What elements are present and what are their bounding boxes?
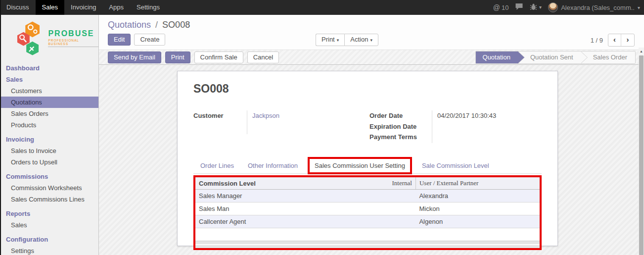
user-menu[interactable]: Alexandra (Sales_comm.. ▾ <box>548 2 640 12</box>
edit-button[interactable]: Edit <box>108 34 131 46</box>
sidebar-item-reports-sales[interactable]: Sales <box>0 219 98 231</box>
breadcrumb-current: SO008 <box>162 20 190 30</box>
sidebar-section-commissions[interactable]: Commissions <box>0 171 98 182</box>
status-step-quotation[interactable]: Quotation <box>476 51 518 63</box>
sidebar-item-quotations[interactable]: Quotations <box>0 97 98 108</box>
pager-next-button[interactable]: › <box>621 34 634 46</box>
action-menu-button[interactable]: Action▾ <box>344 34 378 46</box>
probuse-logo-icon <box>17 20 46 59</box>
order-date-value: 04/20/2017 10:30:43 <box>432 110 496 143</box>
page-title: SO008 <box>193 82 542 96</box>
vertical-scrollbar[interactable]: ▲ <box>639 48 644 255</box>
table-footer-strip <box>195 241 540 244</box>
at-icon: @ <box>493 3 500 11</box>
header-commission-level[interactable]: Commission Level <box>195 177 368 190</box>
sidebar-item-sales-orders[interactable]: Sales Orders <box>0 108 98 119</box>
status-steps: Quotation Quotation Sent Sales Order <box>475 51 636 64</box>
sidebar-section-dashboard[interactable]: Dashboard <box>0 62 98 74</box>
caret-down-icon: ▾ <box>539 4 542 10</box>
sidebar-item-sales-to-invoice[interactable]: Sales to Invoice <box>0 145 98 156</box>
table-header-row: Commission Level Internal User / Externa… <box>195 177 540 190</box>
action-menu-label: Action <box>350 36 368 43</box>
annotation-box-table: Commission Level Internal User / Externa… <box>193 175 542 250</box>
mention-count: 10 <box>502 4 508 11</box>
menu-item-discuss[interactable]: Discuss <box>0 0 36 15</box>
send-by-email-button[interactable]: Send by Email <box>108 51 161 63</box>
user-cell: Algenon <box>415 215 540 228</box>
caret-down-icon: ▾ <box>638 5 640 10</box>
table-empty-row <box>195 228 540 241</box>
mention-counter[interactable]: @ 10 <box>493 3 509 11</box>
user-name: Alexandra (Sales_comm.. <box>561 4 635 11</box>
bug-menu[interactable]: ▾ <box>530 3 542 11</box>
window-left-edge <box>0 0 1 255</box>
pager: 1 / 9 ‹ › <box>591 34 635 47</box>
header-user-external-partner[interactable]: User / External Partner <box>415 177 540 190</box>
customer-value-link[interactable]: Jackpson <box>247 110 279 143</box>
probuse-logo[interactable]: PROBUSE PROFESSIONAL BUSINESS <box>0 15 98 62</box>
menu-item-apps[interactable]: Apps <box>102 0 130 15</box>
sidebar: PROBUSE PROFESSIONAL BUSINESS Dashboard … <box>0 15 99 255</box>
caret-down-icon: ▾ <box>370 38 372 43</box>
user-cell: Mickon <box>415 203 540 215</box>
commission-level-cell: Sales Manager <box>195 190 415 203</box>
print-button[interactable]: Print <box>165 51 190 63</box>
payment-terms-label: Payment Terms <box>369 132 432 143</box>
table-row[interactable]: Sales Manager Alexandra <box>195 190 540 203</box>
menu-item-invoicing[interactable]: Invoicing <box>64 0 102 15</box>
statusbar: Send by Email Print Confirm Sale Cancel … <box>99 50 644 65</box>
avatar <box>548 2 558 12</box>
breadcrumb-quotations-link[interactable]: Quotations <box>108 20 151 30</box>
scrollbar-thumb[interactable] <box>639 55 644 255</box>
sidebar-item-customers[interactable]: Customers <box>0 85 98 97</box>
tab-order-lines[interactable]: Order Lines <box>193 158 241 173</box>
menu-item-sales[interactable]: Sales <box>36 0 65 15</box>
tab-other-information[interactable]: Other Information <box>241 158 305 173</box>
sidebar-section-configuration[interactable]: Configuration <box>0 234 98 245</box>
topbar: Discuss Sales Invoicing Apps Settings @ … <box>0 0 644 15</box>
sidebar-section-sales[interactable]: Sales <box>0 74 98 85</box>
table-row[interactable]: Callcenter Agent Algenon <box>195 215 540 228</box>
customer-label: Customer <box>193 110 247 143</box>
commission-table: Commission Level Internal User / Externa… <box>195 177 540 241</box>
caret-down-icon: ▾ <box>337 38 339 43</box>
sidebar-item-products[interactable]: Products <box>0 119 98 131</box>
order-date-label: Order Date <box>369 110 432 121</box>
create-button[interactable]: Create <box>134 34 165 46</box>
pager-value: 1 / 9 <box>591 37 603 44</box>
sidebar-section-reports[interactable]: Reports <box>0 208 98 219</box>
chat-icon[interactable] <box>515 3 523 12</box>
sidebar-item-sales-commissions-lines[interactable]: Sales Commissions Lines <box>0 194 98 205</box>
bug-icon <box>530 3 537 12</box>
sidebar-item-config-settings[interactable]: Settings <box>0 245 98 255</box>
commission-level-cell: Sales Man <box>195 203 415 215</box>
expiration-date-label: Expiration Date <box>369 121 432 132</box>
status-step-sales-order[interactable]: Sales Order <box>581 51 635 63</box>
commission-level-cell: Callcenter Agent <box>195 215 415 228</box>
print-menu-button[interactable]: Print▾ <box>316 34 344 46</box>
menu-item-settings[interactable]: Settings <box>130 0 166 15</box>
sidebar-item-orders-to-upsell[interactable]: Orders to Upsell <box>0 156 98 168</box>
breadcrumb-separator: / <box>153 20 160 30</box>
cancel-button[interactable]: Cancel <box>247 51 279 63</box>
pager-prev-button[interactable]: ‹ <box>608 34 621 46</box>
print-menu-label: Print <box>322 36 335 43</box>
user-cell: Alexandra <box>415 190 540 203</box>
table-row[interactable]: Sales Man Mickon <box>195 203 540 215</box>
notebook-tabs: Order Lines Other Information Sales Comm… <box>193 157 542 174</box>
breadcrumb: Quotations / SO008 <box>108 20 190 30</box>
header-internal: Internal <box>368 177 415 190</box>
status-step-quotation-sent[interactable]: Quotation Sent <box>518 51 581 63</box>
brand-tagline: PROFESSIONAL BUSINESS <box>48 39 98 47</box>
sidebar-item-commission-worksheets[interactable]: Commission Worksheets <box>0 182 98 194</box>
tab-sale-commission-level[interactable]: Sale Commission Level <box>415 158 496 173</box>
table-footer-strip <box>195 245 540 248</box>
sidebar-section-invoicing[interactable]: Invoicing <box>0 134 98 145</box>
main-area: Quotations / SO008 Edit Create Print▾ Ac… <box>99 15 644 255</box>
scroll-up-button[interactable]: ▲ <box>639 48 644 55</box>
confirm-sale-button[interactable]: Confirm Sale <box>194 51 243 63</box>
content-area: SO008 Customer Jackpson Order Date Expir… <box>99 65 644 255</box>
form-sheet: SO008 Customer Jackpson Order Date Expir… <box>177 71 558 246</box>
control-panel: Quotations / SO008 Edit Create Print▾ Ac… <box>99 15 644 50</box>
tab-sales-commission-user-setting[interactable]: Sales Commission User Setting <box>308 157 412 174</box>
